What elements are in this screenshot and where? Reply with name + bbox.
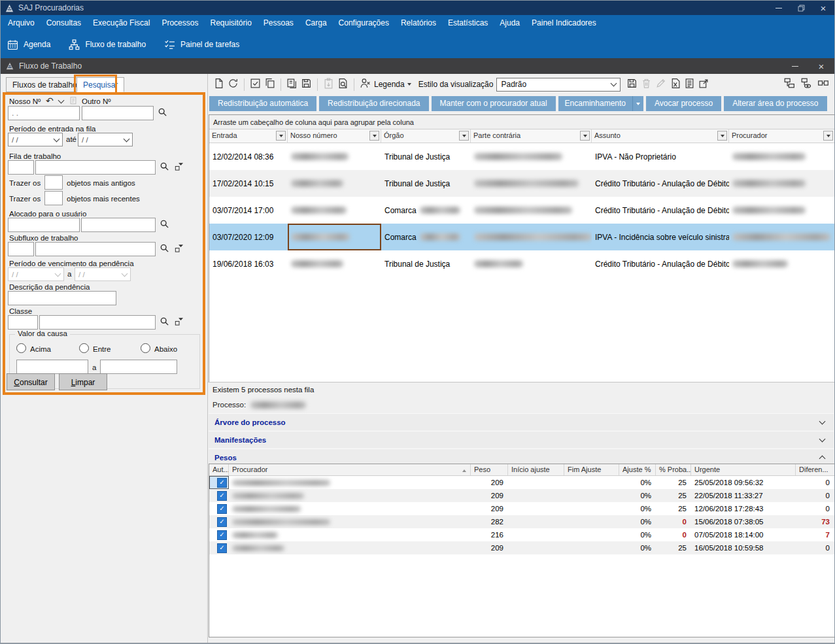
undo-icon[interactable]: ↶ [46,97,54,105]
checkbox-checked-icon[interactable]: ✓ [217,504,227,514]
manter-procurador-button[interactable]: Manter com o procurador atual [432,96,556,111]
section-manifestacoes[interactable]: Manifestações [209,431,834,448]
valor-max-input[interactable] [100,360,177,374]
report-icon[interactable] [684,78,695,92]
menu-item-estatisticas[interactable]: Estatísticas [442,15,494,31]
column-filter-button[interactable] [823,131,833,141]
group-by-bar[interactable]: Arraste um cabeçalho de coluna aqui para… [209,115,835,129]
column-filter-button[interactable] [459,131,469,141]
checkbox-checked-icon[interactable]: ✓ [217,543,227,553]
redistribuicao-automatica-button[interactable]: Redistribuição automática [209,96,316,111]
new-document-icon[interactable] [213,78,224,92]
limpar-button[interactable]: Limpar [59,373,107,390]
pesos-col-ajuste-pct[interactable]: Ajuste % [619,464,656,475]
excel-export-icon[interactable] [670,78,681,92]
column-header-procurador[interactable]: Procurador [729,129,834,143]
column-filter-button[interactable] [580,131,590,141]
subfluxo-code-input[interactable] [8,242,34,256]
filter-icon[interactable] [174,243,184,253]
menu-item-carga[interactable]: Carga [299,15,333,31]
pesos-col-procurador[interactable]: Procurador [229,464,471,475]
copy-icon[interactable] [264,78,275,92]
column-header-orgao[interactable]: Órgão [381,129,471,143]
menu-item-processos[interactable]: Processos [156,15,204,31]
pesos-col-aut[interactable]: Aut... [209,464,229,475]
trazer-antigos-input[interactable] [44,175,63,190]
menu-item-pessoas[interactable]: Pessoas [258,15,299,31]
window-minimize-button[interactable] [782,58,808,74]
legend-person-icon[interactable] [360,78,371,92]
trazer-recentes-input[interactable] [44,191,63,205]
copy-document-icon[interactable] [286,78,298,92]
save-icon[interactable] [626,78,638,92]
section-arvore-do-processo[interactable]: Árvore do processo [209,413,834,430]
valor-min-input[interactable] [16,360,88,374]
tab-fluxos-de-trabalho[interactable]: Fluxos de trabalho [6,77,84,92]
close-button[interactable]: × [812,1,834,15]
radio-abaixo[interactable]: Abaixo [141,343,177,353]
pesos-col-fim-ajuste[interactable]: Fim Ajuste [564,464,619,475]
radio-acima[interactable]: Acima [16,343,51,353]
encaminhamento-button[interactable]: Encaminhamento [558,96,643,111]
menu-item-relatorios[interactable]: Relatórios [395,15,442,31]
select-all-icon[interactable] [250,78,261,92]
alocado-name-input[interactable] [81,218,156,232]
shortcut-agenda[interactable]: Agenda [7,39,50,50]
pesos-col-diferenca[interactable]: Diferen... [796,464,834,475]
filter-icon[interactable] [174,316,184,326]
pesos-col-peso[interactable]: Peso [471,464,508,475]
alterar-area-button[interactable]: Alterar área do processo [724,96,826,111]
encaminhamento-dropdown[interactable] [632,96,643,111]
redistribuicao-direcionada-button[interactable]: Redistribuição direcionada [319,96,428,111]
minimize-button[interactable] [768,1,790,15]
table-row[interactable]: 12/02/2014 08:36 Tribunal de Justiça IPV… [209,143,835,170]
table-row[interactable]: 03/07/2014 17:00 Comarca Crédito Tributá… [209,197,835,224]
pesos-col-urgente[interactable]: Urgente [691,464,796,475]
menu-item-requisitorio[interactable]: Requisitório [204,15,257,31]
consultar-button[interactable]: Consultar [7,373,55,390]
column-filter-button[interactable] [369,131,379,141]
workflow-horizontal-icon[interactable] [817,77,829,92]
legenda-dropdown[interactable]: Legenda [374,80,411,89]
periodo-entrada-from-combo[interactable]: / / [8,133,63,146]
save-multiple-icon[interactable] [301,78,312,92]
pesos-row[interactable]: ✓ 216 0% 0 07/05/2018 18:14:00 7 [209,528,835,541]
workflow-view-icon[interactable] [800,77,812,92]
outro-numero-input[interactable] [82,106,154,120]
pesos-row[interactable]: ✓ 209 0% 25 16/05/2018 10:59:58 0 [209,541,835,554]
pesos-row[interactable]: ✓ 209 0% 25 22/05/2018 11:33:27 0 [209,489,835,502]
preview-search-icon[interactable] [337,78,349,92]
pesos-col-probabilidade[interactable]: % Proba... [656,464,691,475]
descricao-input[interactable] [8,291,116,305]
menu-item-configuracoes[interactable]: Configurações [333,15,395,31]
column-header-nosso-numero[interactable]: Nosso número [288,129,381,143]
periodo-entrada-to-combo[interactable]: / / [78,133,133,146]
column-header-assunto[interactable]: Assunto [592,129,729,143]
column-header-parte-contraria[interactable]: Parte contrária [471,129,592,143]
search-icon[interactable] [160,243,169,253]
export-window-icon[interactable] [698,78,709,92]
radio-entre[interactable]: Entre [79,343,111,353]
menu-item-ajuda[interactable]: Ajuda [494,15,526,31]
refresh-icon[interactable] [228,78,239,92]
menu-item-consultas[interactable]: Consultas [41,15,87,31]
column-filter-button[interactable] [717,131,727,141]
pesos-row[interactable]: ✓ 209 0% 25 25/05/2018 09:56:32 0 [209,476,835,489]
workflow-diagram-icon[interactable] [783,77,795,92]
table-row[interactable]: 17/02/2014 10:15 Tribunal de Justiça Cré… [209,170,835,197]
menu-item-arquivo[interactable]: Arquivo [2,15,41,31]
alocado-code-input[interactable] [8,218,80,232]
tab-pesquisar[interactable]: Pesquisar [77,77,124,92]
pesos-row[interactable]: ✓ 209 0% 25 12/06/2018 17:28:43 0 [209,502,835,515]
estilo-combobox[interactable]: Padrão [496,78,621,92]
shortcut-fluxo-de-trabalho[interactable]: Fluxo de trabalho [69,39,146,50]
nosso-numero-input[interactable]: . . [8,106,80,120]
filter-icon[interactable] [174,161,184,171]
checkbox-checked-icon[interactable]: ✓ [217,517,227,527]
checkbox-checked-icon[interactable]: ✓ [217,491,227,501]
search-icon[interactable] [160,219,169,229]
subfluxo-name-input[interactable] [35,242,156,256]
classe-code-input[interactable] [8,315,38,330]
checkbox-checked-icon[interactable]: ✓ [217,478,227,488]
menu-item-painel-indicadores[interactable]: Painel Indicadores [526,15,602,31]
